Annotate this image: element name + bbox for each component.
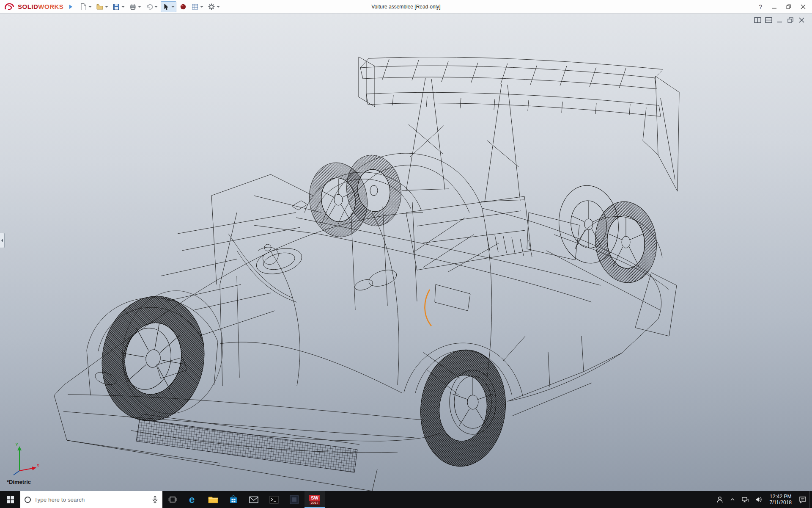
solidworks-app-icon: SW 2017 bbox=[307, 493, 322, 506]
print-button[interactable] bbox=[128, 2, 143, 12]
undo-arrow-icon bbox=[145, 3, 153, 11]
undo-button[interactable] bbox=[144, 2, 159, 12]
people-button[interactable] bbox=[713, 491, 727, 508]
task-view-icon bbox=[168, 496, 177, 503]
document-window-controls bbox=[754, 17, 805, 23]
appearance-button[interactable] bbox=[178, 2, 188, 12]
command-prompt-button[interactable] bbox=[264, 491, 284, 508]
chevron-down-icon[interactable] bbox=[105, 6, 108, 8]
task-view-button[interactable] bbox=[162, 491, 183, 508]
volume-button[interactable] bbox=[752, 491, 765, 508]
toolbar-flyout-arrow-icon[interactable] bbox=[69, 5, 72, 9]
front-right-wheel[interactable] bbox=[304, 152, 406, 241]
select-tool-button[interactable] bbox=[161, 1, 176, 12]
save-button[interactable] bbox=[111, 2, 126, 12]
chevron-down-icon[interactable] bbox=[138, 6, 141, 8]
standard-toolbar bbox=[78, 1, 221, 12]
open-button[interactable] bbox=[95, 2, 110, 12]
selected-edge-highlight[interactable] bbox=[425, 290, 431, 326]
featuremanager-collapsed-tab[interactable] bbox=[0, 233, 5, 248]
system-tray: 12:42 PM 7/11/2018 bbox=[713, 491, 812, 508]
edge-icon: e bbox=[187, 494, 198, 505]
chevron-down-icon[interactable] bbox=[171, 6, 175, 8]
ds-logo-icon bbox=[4, 3, 15, 11]
microphone-icon[interactable] bbox=[152, 496, 158, 503]
dark-app-button[interactable] bbox=[284, 491, 304, 508]
hidden-icons-button[interactable] bbox=[727, 491, 738, 508]
command-prompt-icon bbox=[269, 496, 279, 504]
restore-icon bbox=[786, 4, 791, 9]
help-button[interactable]: ? bbox=[754, 3, 766, 11]
design-table-button[interactable] bbox=[190, 2, 205, 12]
clock-time: 12:42 PM bbox=[770, 494, 791, 500]
split-pane-icon[interactable] bbox=[754, 17, 761, 23]
file-explorer-button[interactable] bbox=[203, 491, 223, 508]
store-icon bbox=[229, 495, 238, 504]
start-button[interactable] bbox=[0, 491, 20, 508]
edge-button[interactable]: e bbox=[183, 491, 203, 508]
taskbar-clock[interactable]: 12:42 PM 7/11/2018 bbox=[765, 491, 796, 508]
mail-button[interactable] bbox=[244, 491, 264, 508]
orientation-triad: Y x bbox=[7, 440, 41, 477]
doc-minimize-icon[interactable] bbox=[776, 17, 783, 23]
restore-button[interactable] bbox=[782, 2, 795, 12]
store-button[interactable] bbox=[223, 491, 244, 508]
sw-badge-year: 2017 bbox=[310, 501, 320, 505]
chevron-down-icon[interactable] bbox=[217, 6, 220, 8]
close-icon bbox=[801, 4, 806, 9]
options-button[interactable] bbox=[206, 2, 221, 12]
select-cursor-icon bbox=[162, 3, 170, 11]
titlebar: SOLIDWORKS bbox=[0, 0, 812, 14]
triad-y-label: Y bbox=[15, 442, 19, 447]
titlebar-controls: ? bbox=[754, 2, 812, 12]
mail-icon bbox=[249, 496, 258, 503]
action-center-icon bbox=[799, 496, 807, 503]
window-title: Voiture assemblee [Read-only] bbox=[371, 4, 440, 10]
wireframe-car-model[interactable] bbox=[0, 14, 812, 491]
close-button[interactable] bbox=[797, 2, 809, 12]
network-button[interactable] bbox=[738, 491, 752, 508]
open-folder-icon bbox=[96, 3, 104, 11]
taskbar: e bbox=[0, 491, 812, 508]
taskbar-spacer bbox=[325, 491, 713, 508]
cortana-icon bbox=[25, 497, 31, 503]
chevron-down-icon[interactable] bbox=[121, 6, 125, 8]
search-input[interactable] bbox=[34, 497, 148, 503]
rear-wing[interactable] bbox=[359, 57, 679, 202]
minimize-icon bbox=[772, 4, 777, 9]
taskbar-search[interactable] bbox=[20, 491, 162, 508]
front-left-wheel[interactable] bbox=[92, 283, 232, 429]
dark-app-icon bbox=[290, 495, 299, 504]
chevron-up-icon bbox=[730, 497, 735, 502]
svg-text:e: e bbox=[189, 494, 195, 505]
chevron-down-icon[interactable] bbox=[200, 6, 203, 8]
doc-restore-icon[interactable] bbox=[787, 17, 794, 23]
file-explorer-icon bbox=[208, 495, 218, 504]
clock-date: 7/11/2018 bbox=[770, 500, 792, 505]
design-table-icon bbox=[191, 3, 199, 11]
brand-bold: SOLID bbox=[18, 3, 38, 10]
save-floppy-icon bbox=[112, 3, 120, 11]
minimize-button[interactable] bbox=[768, 2, 781, 12]
people-icon bbox=[716, 496, 724, 503]
rear-left-wheel[interactable] bbox=[415, 345, 511, 470]
triad-x-label: x bbox=[37, 462, 39, 467]
front-grille[interactable] bbox=[136, 414, 359, 472]
solidworks-logo: SOLIDWORKS bbox=[0, 3, 67, 11]
solidworks-taskbar-button[interactable]: SW 2017 bbox=[304, 491, 325, 508]
brand-text: SOLIDWORKS bbox=[18, 3, 63, 10]
appearance-sphere-icon bbox=[179, 3, 187, 11]
options-gear-icon bbox=[208, 3, 215, 11]
doc-close-icon[interactable] bbox=[798, 17, 805, 23]
chevron-down-icon[interactable] bbox=[154, 6, 158, 8]
action-center-button[interactable] bbox=[796, 491, 809, 508]
chevron-down-icon[interactable] bbox=[88, 6, 92, 8]
solidworks-window: SOLIDWORKS bbox=[0, 0, 812, 508]
graphics-area[interactable]: Y x *Dimetric bbox=[0, 14, 812, 491]
rear-right-wheel[interactable] bbox=[555, 182, 661, 286]
network-icon bbox=[741, 496, 749, 503]
new-document-button[interactable] bbox=[78, 2, 93, 12]
tile-pane-icon[interactable] bbox=[765, 17, 772, 23]
view-orientation-label: *Dimetric bbox=[7, 479, 31, 485]
show-desktop-strip[interactable] bbox=[809, 491, 812, 508]
